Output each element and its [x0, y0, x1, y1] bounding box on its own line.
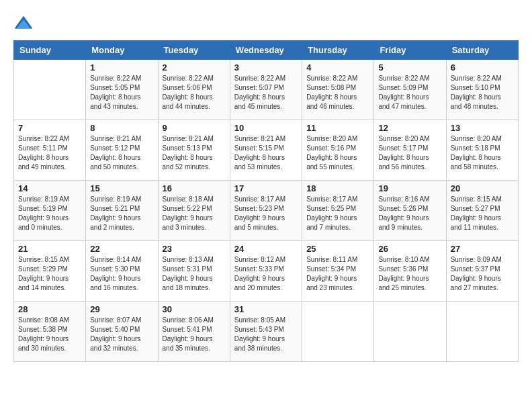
day-number: 28 [18, 304, 81, 314]
day-number: 22 [90, 244, 153, 254]
calendar-cell: 7Sunrise: 8:22 AMSunset: 5:11 PMDaylight… [14, 120, 86, 181]
day-info: Sunrise: 8:12 AMSunset: 5:33 PMDaylight:… [234, 255, 298, 293]
day-number: 13 [451, 123, 514, 133]
day-info: Sunrise: 8:13 AMSunset: 5:31 PMDaylight:… [163, 255, 226, 293]
day-number: 25 [306, 244, 369, 254]
calendar-cell: 1Sunrise: 8:22 AMSunset: 5:05 PMDaylight… [86, 60, 158, 120]
day-info: Sunrise: 8:22 AMSunset: 5:10 PMDaylight:… [451, 74, 514, 111]
header-thursday: Thursday [302, 41, 374, 60]
day-info: Sunrise: 8:16 AMSunset: 5:26 PMDaylight:… [378, 195, 441, 232]
day-number: 6 [451, 62, 514, 73]
day-info: Sunrise: 8:22 AMSunset: 5:11 PMDaylight:… [18, 134, 81, 172]
calendar-cell [14, 60, 86, 120]
calendar-cell: 13Sunrise: 8:20 AMSunset: 5:18 PMDayligh… [446, 120, 518, 181]
day-info: Sunrise: 8:22 AMSunset: 5:08 PMDaylight:… [306, 74, 369, 111]
day-number: 23 [163, 244, 226, 254]
day-number: 4 [306, 62, 369, 73]
calendar-cell: 8Sunrise: 8:21 AMSunset: 5:12 PMDaylight… [86, 120, 158, 181]
calendar-cell: 14Sunrise: 8:19 AMSunset: 5:19 PMDayligh… [14, 181, 86, 241]
calendar-cell: 29Sunrise: 8:07 AMSunset: 5:40 PMDayligh… [86, 302, 158, 362]
calendar-cell: 19Sunrise: 8:16 AMSunset: 5:26 PMDayligh… [374, 181, 446, 241]
day-info: Sunrise: 8:15 AMSunset: 5:27 PMDaylight:… [451, 195, 514, 232]
calendar-cell: 4Sunrise: 8:22 AMSunset: 5:08 PMDaylight… [302, 60, 374, 120]
day-number: 18 [306, 183, 369, 193]
calendar-table: SundayMondayTuesdayWednesdayThursdayFrid… [13, 40, 519, 362]
day-info: Sunrise: 8:22 AMSunset: 5:06 PMDaylight:… [163, 74, 226, 111]
header-saturday: Saturday [446, 41, 518, 60]
day-info: Sunrise: 8:22 AMSunset: 5:07 PMDaylight:… [234, 74, 298, 111]
day-number: 31 [234, 304, 298, 314]
calendar-cell: 30Sunrise: 8:06 AMSunset: 5:41 PMDayligh… [158, 302, 230, 362]
day-number: 26 [378, 244, 441, 254]
day-info: Sunrise: 8:17 AMSunset: 5:23 PMDaylight:… [234, 195, 298, 232]
calendar-cell: 11Sunrise: 8:20 AMSunset: 5:16 PMDayligh… [302, 120, 374, 181]
day-info: Sunrise: 8:15 AMSunset: 5:29 PMDaylight:… [18, 255, 81, 293]
day-info: Sunrise: 8:20 AMSunset: 5:16 PMDaylight:… [306, 134, 369, 172]
day-info: Sunrise: 8:19 AMSunset: 5:21 PMDaylight:… [90, 195, 153, 232]
calendar-cell: 31Sunrise: 8:05 AMSunset: 5:43 PMDayligh… [230, 302, 302, 362]
calendar-cell: 17Sunrise: 8:17 AMSunset: 5:23 PMDayligh… [230, 181, 302, 241]
calendar-cell: 9Sunrise: 8:21 AMSunset: 5:13 PMDaylight… [158, 120, 230, 181]
calendar-cell: 15Sunrise: 8:19 AMSunset: 5:21 PMDayligh… [86, 181, 158, 241]
page-header [13, 13, 519, 34]
day-info: Sunrise: 8:10 AMSunset: 5:36 PMDaylight:… [378, 255, 441, 293]
day-number: 9 [163, 123, 226, 133]
day-info: Sunrise: 8:21 AMSunset: 5:13 PMDaylight:… [163, 134, 226, 172]
calendar-cell: 3Sunrise: 8:22 AMSunset: 5:07 PMDaylight… [230, 60, 302, 120]
day-number: 1 [90, 62, 153, 73]
header-monday: Monday [86, 41, 158, 60]
week-row-2: 14Sunrise: 8:19 AMSunset: 5:19 PMDayligh… [14, 181, 519, 241]
calendar-cell: 16Sunrise: 8:18 AMSunset: 5:22 PMDayligh… [158, 181, 230, 241]
calendar-cell: 20Sunrise: 8:15 AMSunset: 5:27 PMDayligh… [446, 181, 518, 241]
day-number: 30 [163, 304, 226, 314]
day-info: Sunrise: 8:11 AMSunset: 5:34 PMDaylight:… [306, 255, 369, 293]
day-info: Sunrise: 8:05 AMSunset: 5:43 PMDaylight:… [234, 316, 298, 353]
day-info: Sunrise: 8:22 AMSunset: 5:05 PMDaylight:… [90, 74, 153, 111]
day-number: 5 [378, 62, 441, 73]
calendar-cell: 18Sunrise: 8:17 AMSunset: 5:25 PMDayligh… [302, 181, 374, 241]
week-row-1: 7Sunrise: 8:22 AMSunset: 5:11 PMDaylight… [14, 120, 519, 181]
day-number: 12 [378, 123, 441, 133]
day-number: 20 [451, 183, 514, 193]
day-info: Sunrise: 8:14 AMSunset: 5:30 PMDaylight:… [90, 255, 153, 293]
header-tuesday: Tuesday [158, 41, 230, 60]
day-info: Sunrise: 8:07 AMSunset: 5:40 PMDaylight:… [90, 316, 153, 353]
day-number: 19 [378, 183, 441, 193]
day-number: 2 [163, 62, 226, 73]
week-row-0: 1Sunrise: 8:22 AMSunset: 5:05 PMDaylight… [14, 60, 519, 120]
day-number: 8 [90, 123, 153, 133]
day-number: 3 [234, 62, 298, 73]
day-number: 27 [451, 244, 514, 254]
header-sunday: Sunday [14, 41, 86, 60]
calendar-cell: 25Sunrise: 8:11 AMSunset: 5:34 PMDayligh… [302, 241, 374, 302]
day-info: Sunrise: 8:09 AMSunset: 5:37 PMDaylight:… [451, 255, 514, 293]
day-info: Sunrise: 8:06 AMSunset: 5:41 PMDaylight:… [163, 316, 226, 353]
calendar-cell: 21Sunrise: 8:15 AMSunset: 5:29 PMDayligh… [14, 241, 86, 302]
day-number: 10 [234, 123, 298, 133]
calendar-cell: 12Sunrise: 8:20 AMSunset: 5:17 PMDayligh… [374, 120, 446, 181]
day-info: Sunrise: 8:21 AMSunset: 5:12 PMDaylight:… [90, 134, 153, 172]
week-row-4: 28Sunrise: 8:08 AMSunset: 5:38 PMDayligh… [14, 302, 519, 362]
day-info: Sunrise: 8:21 AMSunset: 5:15 PMDaylight:… [234, 134, 298, 172]
day-number: 11 [306, 123, 369, 133]
calendar-cell: 22Sunrise: 8:14 AMSunset: 5:30 PMDayligh… [86, 241, 158, 302]
day-info: Sunrise: 8:18 AMSunset: 5:22 PMDaylight:… [163, 195, 226, 232]
logo [13, 13, 36, 34]
day-number: 17 [234, 183, 298, 193]
day-info: Sunrise: 8:08 AMSunset: 5:38 PMDaylight:… [18, 316, 81, 353]
calendar-cell: 28Sunrise: 8:08 AMSunset: 5:38 PMDayligh… [14, 302, 86, 362]
calendar-cell [374, 302, 446, 362]
day-info: Sunrise: 8:20 AMSunset: 5:18 PMDaylight:… [451, 134, 514, 172]
calendar-cell: 2Sunrise: 8:22 AMSunset: 5:06 PMDaylight… [158, 60, 230, 120]
day-info: Sunrise: 8:19 AMSunset: 5:19 PMDaylight:… [18, 195, 81, 232]
day-number: 16 [163, 183, 226, 193]
calendar-cell: 5Sunrise: 8:22 AMSunset: 5:09 PMDaylight… [374, 60, 446, 120]
calendar-cell [446, 302, 518, 362]
calendar-cell: 23Sunrise: 8:13 AMSunset: 5:31 PMDayligh… [158, 241, 230, 302]
day-number: 24 [234, 244, 298, 254]
day-number: 21 [18, 244, 81, 254]
day-info: Sunrise: 8:17 AMSunset: 5:25 PMDaylight:… [306, 195, 369, 232]
calendar-cell [302, 302, 374, 362]
calendar-header-row: SundayMondayTuesdayWednesdayThursdayFrid… [14, 41, 519, 60]
logo-icon [13, 13, 34, 34]
